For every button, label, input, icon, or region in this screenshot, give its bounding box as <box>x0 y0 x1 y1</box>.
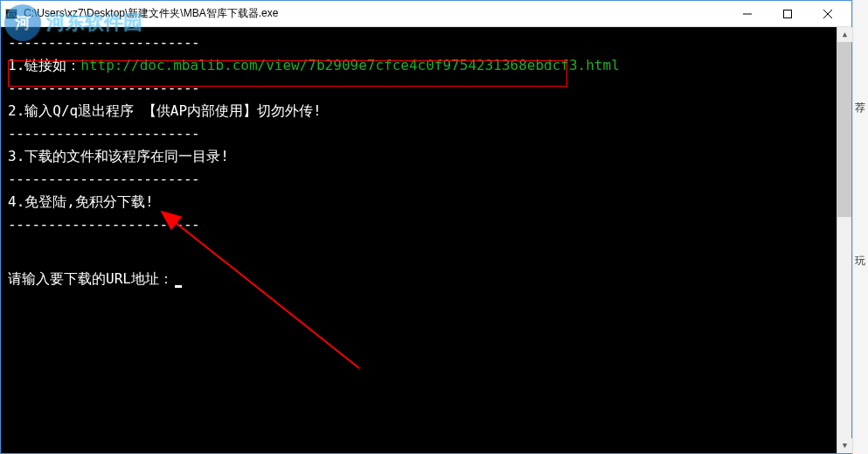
scrollbar-thumb[interactable] <box>837 42 851 217</box>
scroll-down-button[interactable]: ▼ <box>837 438 852 453</box>
console-content: ------------------------ 1.链接如：http://do… <box>1 27 851 453</box>
input-prompt: 请输入要下载的URL地址： <box>8 269 844 290</box>
svg-text:C:\: C:\ <box>8 11 16 17</box>
bg-char-1: 荐 <box>855 101 865 115</box>
console-app-icon: C:\ <box>4 7 18 21</box>
close-button[interactable] <box>808 1 848 27</box>
separator-line: ------------------------ <box>8 32 844 53</box>
minimize-button[interactable] <box>727 1 767 27</box>
separator-line: ------------------------ <box>8 78 844 99</box>
window-controls <box>727 1 848 27</box>
maximize-button[interactable] <box>767 1 808 27</box>
separator-line: ------------------------ <box>8 123 844 144</box>
scroll-up-button[interactable]: ▲ <box>837 27 852 42</box>
console-window: C:\ C:\Users\xz7\Desktop\新建文件夹\MBA智库下载器.… <box>0 0 852 454</box>
window-title: C:\Users\xz7\Desktop\新建文件夹\MBA智库下载器.exe <box>24 6 727 21</box>
vertical-scrollbar[interactable]: ▲ ▼ <box>837 27 851 453</box>
instruction-line-2: 2.输入Q/q退出程序 【供AP内部使用】切勿外传! <box>8 101 844 122</box>
example-url: http://doc.mbalib.com/view/7b2909e7cfce4… <box>80 57 620 73</box>
instruction-line-4: 4.免登陆,免积分下载! <box>8 192 844 213</box>
titlebar[interactable]: C:\ C:\Users\xz7\Desktop\新建文件夹\MBA智库下载器.… <box>1 1 851 27</box>
cursor-icon <box>175 285 182 288</box>
instruction-line-1: 1.链接如：http://doc.mbalib.com/view/7b2909e… <box>8 55 844 76</box>
instruction-line-3: 3.下载的文件和该程序在同一目录! <box>8 146 844 167</box>
separator-line: ------------------------ <box>8 214 844 235</box>
svg-rect-4 <box>784 10 792 17</box>
separator-line: ------------------------ <box>8 169 844 190</box>
bg-char-2: 玩 <box>855 254 865 269</box>
background-partial: 荐 玩 <box>852 0 868 454</box>
console-area[interactable]: ------------------------ 1.链接如：http://do… <box>1 27 851 453</box>
